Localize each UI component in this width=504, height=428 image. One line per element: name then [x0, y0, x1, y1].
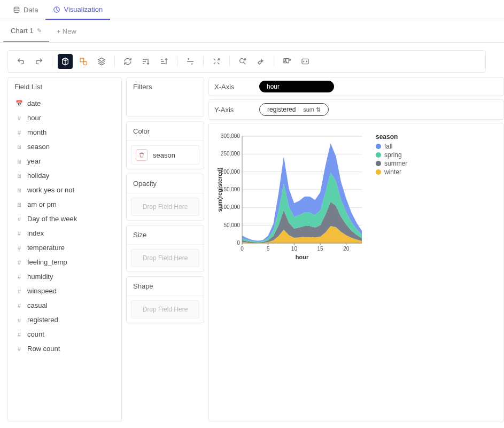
color-field-chip[interactable]: season — [131, 145, 199, 165]
chart-tabs: Chart 1 ✎ + New — [0, 20, 504, 43]
expand-settings-button[interactable] — [209, 54, 224, 69]
top-nav: Data Visualization — [0, 0, 504, 20]
field-item[interactable]: #month — [11, 125, 118, 139]
legend-item[interactable]: winter — [376, 168, 407, 176]
code-button[interactable] — [298, 54, 313, 69]
field-item[interactable]: #feeling_temp — [11, 255, 118, 269]
legend-label: winter — [384, 168, 401, 176]
x-axis-pill[interactable]: hour — [259, 81, 334, 92]
field-label: count — [27, 330, 44, 338]
updown-icon: ⇅ — [316, 106, 321, 113]
remove-color-button[interactable] — [136, 149, 148, 161]
cube-button[interactable] — [58, 54, 73, 69]
separator — [203, 56, 204, 67]
field-label: year — [27, 157, 41, 165]
field-item[interactable]: 🗎am or pm — [11, 197, 118, 212]
svg-text:sum(registered): sum(registered) — [216, 167, 223, 212]
doc-icon: 🗎 — [15, 201, 23, 208]
hash-icon: # — [15, 317, 23, 323]
x-field-label: hour — [267, 83, 280, 90]
hash-icon: # — [15, 346, 23, 352]
field-item[interactable]: #Row count — [11, 341, 118, 356]
hash-icon: # — [15, 274, 23, 280]
legend-swatch — [376, 161, 381, 166]
filters-drop[interactable] — [127, 96, 204, 116]
svg-point-3 — [83, 61, 87, 65]
chart-tab-1-label: Chart 1 — [11, 27, 34, 35]
hash-icon: # — [15, 288, 23, 294]
field-items: 📅date#hour#month🗎season🗎year🗎holiday🗎wor… — [8, 96, 121, 361]
field-label: humidity — [27, 273, 53, 281]
field-item[interactable]: 🗎season — [11, 139, 118, 154]
chart-tab-1[interactable]: Chart 1 ✎ — [3, 20, 49, 42]
hash-icon: # — [15, 302, 23, 309]
legend-item[interactable]: spring — [376, 151, 407, 159]
new-chart-tab[interactable]: + New — [49, 20, 84, 42]
legend-item[interactable]: summer — [376, 160, 407, 167]
field-item[interactable]: #hour — [11, 111, 118, 125]
field-item[interactable]: 🗎holiday — [11, 168, 118, 183]
legend-label: spring — [384, 151, 402, 159]
legend-label: summer — [384, 160, 407, 167]
field-item[interactable]: #temperature — [11, 240, 118, 255]
field-item[interactable]: #humidity — [11, 269, 118, 284]
shape-drop[interactable]: Drop Field Here — [131, 300, 199, 318]
separator — [114, 56, 115, 67]
field-item[interactable]: #count — [11, 327, 118, 341]
field-label: hour — [27, 114, 41, 122]
svg-point-6 — [244, 59, 246, 60]
doc-icon: 🗎 — [15, 173, 23, 179]
toolbar — [7, 50, 486, 73]
field-item[interactable]: #index — [11, 226, 118, 240]
svg-point-5 — [240, 59, 244, 63]
color-field-label: season — [153, 151, 175, 159]
size-drop[interactable]: Drop Field Here — [131, 249, 199, 267]
undo-button[interactable] — [13, 54, 28, 69]
field-item[interactable]: 📅date — [11, 96, 118, 111]
field-label: index — [27, 229, 44, 237]
trash-icon — [138, 152, 145, 158]
doc-icon: 🗎 — [15, 187, 23, 193]
sort-desc-button[interactable] — [157, 54, 172, 69]
field-label: season — [27, 143, 50, 151]
field-item[interactable]: #registered — [11, 313, 118, 327]
edit-icon[interactable]: ✎ — [37, 27, 42, 34]
svg-text:hour: hour — [296, 254, 309, 260]
zoom-settings-button[interactable] — [235, 54, 250, 69]
area-chart: 050,000100,000150,000200,000250,000300,0… — [215, 133, 365, 261]
tab-data[interactable]: Data — [5, 0, 45, 20]
tab-visualization[interactable]: Visualization — [45, 0, 110, 20]
sort-asc-button[interactable] — [138, 54, 153, 69]
redo-button[interactable] — [32, 54, 46, 69]
field-item[interactable]: #casual — [11, 298, 118, 313]
legend-item[interactable]: fall — [376, 143, 407, 150]
field-item[interactable]: #Day of the week — [11, 212, 118, 226]
transpose-button[interactable] — [183, 54, 198, 69]
wrench-button[interactable] — [253, 54, 268, 69]
field-item[interactable]: 🗎year — [11, 154, 118, 168]
hash-icon: # — [15, 245, 23, 251]
opacity-drop[interactable]: Drop Field Here — [131, 198, 199, 216]
size-section: Size Drop Field Here — [126, 225, 204, 272]
workspace: Field List 📅date#hour#month🗎season🗎year🗎… — [0, 43, 504, 422]
field-label: Day of the week — [27, 215, 77, 223]
field-item[interactable]: 🗎work yes or not — [11, 183, 118, 197]
shape-button[interactable] — [76, 54, 91, 69]
legend-swatch — [376, 144, 381, 149]
y-field-label: registered — [267, 106, 296, 113]
field-label: winspeed — [27, 287, 57, 295]
separator — [52, 56, 52, 67]
refresh-button[interactable] — [120, 54, 135, 69]
field-label: feeling_temp — [27, 258, 67, 266]
field-item[interactable]: #winspeed — [11, 284, 118, 298]
y-axis-pill[interactable]: registered sum ⇅ — [259, 103, 329, 116]
svg-text:0: 0 — [241, 246, 244, 252]
tab-data-label: Data — [24, 6, 38, 14]
legend-swatch — [376, 152, 381, 158]
svg-text:150,000: 150,000 — [221, 186, 241, 192]
field-label: date — [27, 99, 41, 107]
layers-button[interactable] — [94, 54, 109, 69]
opacity-section: Opacity Drop Field Here — [126, 174, 204, 221]
image-settings-button[interactable] — [280, 54, 294, 69]
svg-text:10: 10 — [291, 246, 298, 252]
